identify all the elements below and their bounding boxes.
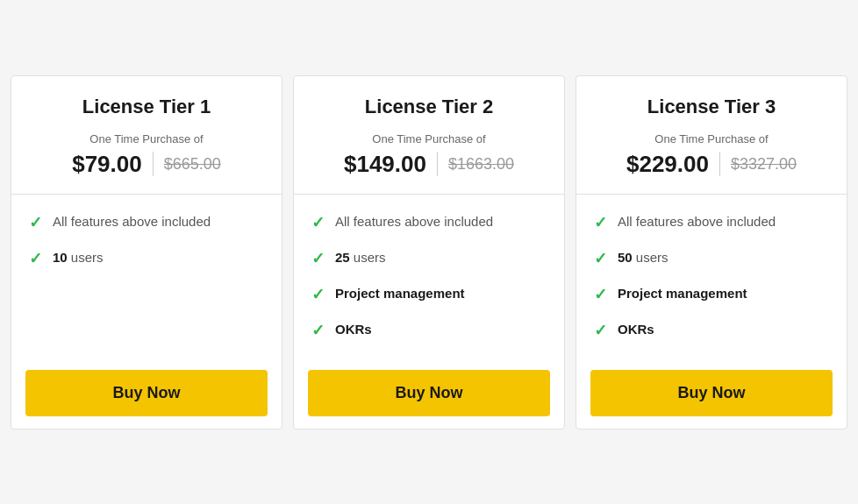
price-label-tier1: One Time Purchase of xyxy=(29,132,264,146)
pricing-container: License Tier 1One Time Purchase of$79.00… xyxy=(0,65,858,440)
feature-text-tier1-1: 10 users xyxy=(53,248,104,266)
feature-text-tier2-1: 25 users xyxy=(335,248,386,266)
feature-text-tier3-1: 50 users xyxy=(618,248,669,266)
feature-item-tier3-0: ✓All features above included xyxy=(594,212,829,232)
card-features-tier1: ✓All features above included✓10 users xyxy=(11,195,282,358)
original-price-tier2: $1663.00 xyxy=(448,155,514,174)
card-footer-tier3: Buy Now xyxy=(576,358,847,429)
original-price-tier1: $665.00 xyxy=(164,155,221,174)
feature-item-tier2-0: ✓All features above included xyxy=(311,212,547,232)
card-title-tier2: License Tier 2 xyxy=(311,96,547,118)
check-icon-tier3-3: ✓ xyxy=(594,321,607,340)
card-title-tier1: License Tier 1 xyxy=(29,96,264,118)
feature-text-tier2-3: OKRs xyxy=(335,320,372,338)
feature-text-tier3-2: Project management xyxy=(618,284,747,302)
price-section-tier3: One Time Purchase of$229.00$3327.00 xyxy=(594,132,829,178)
original-price-tier3: $3327.00 xyxy=(731,155,797,174)
card-footer-tier1: Buy Now xyxy=(11,358,282,429)
feature-text-tier2-0: All features above included xyxy=(335,212,493,231)
feature-text-tier2-2: Project management xyxy=(335,284,465,302)
feature-item-tier1-1: ✓10 users xyxy=(29,248,264,268)
check-icon-tier1-1: ✓ xyxy=(29,249,42,268)
pricing-card-tier3: License Tier 3One Time Purchase of$229.0… xyxy=(576,75,847,429)
check-icon-tier3-2: ✓ xyxy=(594,285,607,304)
card-header-tier1: License Tier 1One Time Purchase of$79.00… xyxy=(11,76,282,195)
price-label-tier3: One Time Purchase of xyxy=(594,132,829,146)
current-price-tier1: $79.00 xyxy=(72,151,142,178)
price-divider-tier2 xyxy=(437,152,438,176)
price-section-tier2: One Time Purchase of$149.00$1663.00 xyxy=(311,132,547,178)
card-footer-tier2: Buy Now xyxy=(294,358,564,429)
feature-item-tier3-1: ✓50 users xyxy=(594,248,829,268)
card-title-tier3: License Tier 3 xyxy=(594,96,829,118)
card-header-tier2: License Tier 2One Time Purchase of$149.0… xyxy=(294,76,564,195)
card-features-tier2: ✓All features above included✓25 users✓Pr… xyxy=(294,195,564,358)
buy-button-tier1[interactable]: Buy Now xyxy=(25,370,268,416)
feature-item-tier2-3: ✓OKRs xyxy=(311,320,547,340)
card-header-tier3: License Tier 3One Time Purchase of$229.0… xyxy=(576,76,847,195)
feature-item-tier2-2: ✓Project management xyxy=(311,284,547,304)
current-price-tier2: $149.00 xyxy=(344,151,426,178)
price-divider-tier1 xyxy=(153,152,154,176)
check-icon-tier1-0: ✓ xyxy=(29,213,42,232)
check-icon-tier2-3: ✓ xyxy=(311,321,325,340)
price-divider-tier3 xyxy=(719,152,720,176)
price-label-tier2: One Time Purchase of xyxy=(311,132,547,146)
feature-item-tier1-0: ✓All features above included xyxy=(29,212,264,232)
check-icon-tier3-0: ✓ xyxy=(594,213,607,232)
check-icon-tier2-0: ✓ xyxy=(311,213,325,232)
check-icon-tier2-2: ✓ xyxy=(311,285,325,304)
check-icon-tier2-1: ✓ xyxy=(311,249,325,268)
price-row-tier1: $79.00$665.00 xyxy=(29,151,264,178)
buy-button-tier3[interactable]: Buy Now xyxy=(590,370,833,416)
buy-button-tier2[interactable]: Buy Now xyxy=(308,370,550,416)
check-icon-tier3-1: ✓ xyxy=(594,249,607,268)
pricing-card-tier2: License Tier 2One Time Purchase of$149.0… xyxy=(293,75,565,429)
feature-text-tier3-3: OKRs xyxy=(618,320,654,338)
pricing-card-tier1: License Tier 1One Time Purchase of$79.00… xyxy=(11,75,282,429)
feature-text-tier3-0: All features above included xyxy=(618,212,776,231)
current-price-tier3: $229.00 xyxy=(626,151,709,178)
price-section-tier1: One Time Purchase of$79.00$665.00 xyxy=(29,132,264,178)
card-features-tier3: ✓All features above included✓50 users✓Pr… xyxy=(576,195,847,358)
feature-item-tier3-3: ✓OKRs xyxy=(594,320,829,340)
feature-item-tier2-1: ✓25 users xyxy=(311,248,547,268)
price-row-tier2: $149.00$1663.00 xyxy=(311,151,547,178)
feature-item-tier3-2: ✓Project management xyxy=(594,284,829,304)
price-row-tier3: $229.00$3327.00 xyxy=(594,151,829,178)
feature-text-tier1-0: All features above included xyxy=(53,212,211,231)
